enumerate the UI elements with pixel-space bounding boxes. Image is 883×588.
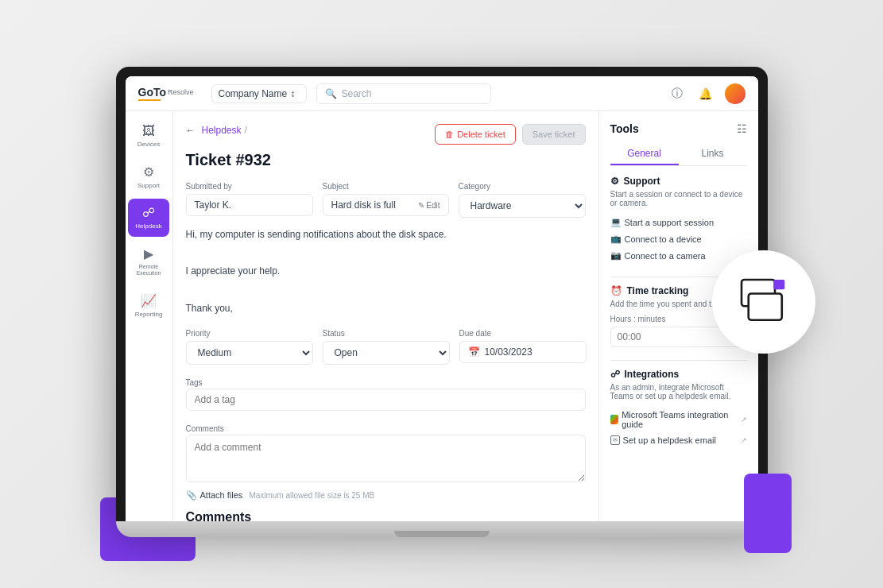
support-icon: ⚙ <box>143 164 154 180</box>
message-line-2 <box>186 246 586 261</box>
integrations-section: ☍ Integrations As an admin, integrate Mi… <box>610 369 747 448</box>
sidebar-label-helpdesk: Helpdesk <box>135 222 161 230</box>
devices-icon: 🖼 <box>142 124 155 138</box>
sidebar: 🖼 Devices ⚙ Support ☍ Helpdesk ▶ Remote … <box>126 111 173 521</box>
tools-header: Tools ☷ <box>610 122 747 135</box>
helpdesk-email-link[interactable]: ✉ Set up a helpdesk email ↗ <box>610 432 747 448</box>
sidebar-label-devices: Devices <box>137 141 160 149</box>
attach-files-button[interactable]: 📎 Attach files <box>186 490 243 501</box>
connect-device-link[interactable]: 📺 Connect to a device <box>610 230 747 247</box>
connect-camera-link[interactable]: 📷 Connect to a camera <box>610 247 747 264</box>
ticket-actions: 🗑 Delete ticket Save ticket <box>435 124 585 145</box>
sidebar-label-remote: Remote Execution <box>133 264 165 277</box>
tags-label: Tags <box>186 378 203 387</box>
category-label: Category <box>459 182 586 191</box>
company-selector[interactable]: Company Name ↕ <box>211 84 307 103</box>
tab-general[interactable]: General <box>610 143 679 165</box>
category-group: Category Hardware <box>459 182 586 218</box>
logo-area: GoTo Resolve <box>138 86 202 101</box>
camera-icon: 📷 <box>610 250 622 261</box>
status-group: Status Open <box>323 329 450 365</box>
integrations-desc: As an admin, integrate Microsoft Teams o… <box>610 383 747 400</box>
email-icon: ✉ <box>610 435 620 445</box>
sidebar-item-remote[interactable]: ▶ Remote Execution <box>128 240 169 284</box>
attach-row: 📎 Attach files Maximum allowed file size… <box>186 490 586 501</box>
chevron-down-icon: ↕ <box>290 88 295 99</box>
breadcrumb-separator: / <box>245 125 247 136</box>
tab-links[interactable]: Links <box>679 143 747 165</box>
external-link-icon-1: ↗ <box>741 416 747 424</box>
notification-icon[interactable]: 🔔 <box>696 84 715 103</box>
due-date-label: Due date <box>459 329 587 338</box>
avatar[interactable] <box>725 83 746 104</box>
company-name: Company Name <box>219 88 288 99</box>
message-line-3: I appreciate your help. <box>186 264 586 279</box>
main-layout: 🖼 Devices ⚙ Support ☍ Helpdesk ▶ Remote … <box>126 111 758 521</box>
support-section-desc: Start a session or connect to a device o… <box>610 190 747 207</box>
time-tracking-label: Time tracking <box>627 285 689 296</box>
pencil-icon: ✎ <box>418 201 424 210</box>
comments-section: Comments 📎 Attach files Maximum allowed … <box>186 420 586 501</box>
subject-value: Hard disk is full <box>331 199 414 211</box>
support-section-title: ⚙ Support <box>610 176 747 187</box>
deco-right <box>744 474 792 553</box>
status-label: Status <box>323 329 450 338</box>
priority-label: Priority <box>186 329 313 338</box>
top-fields-row: Submitted by Taylor K. Subject Hard disk… <box>186 182 586 218</box>
submitted-by-value: Taylor K. <box>186 194 313 216</box>
integrations-label: Integrations <box>625 369 680 380</box>
divider-2 <box>610 360 747 361</box>
ms-teams-link[interactable]: Microsoft Teams integration guide ↗ <box>610 407 747 432</box>
ms-teams-label: Microsoft Teams integration guide <box>622 410 737 429</box>
status-select[interactable]: Open <box>323 341 450 365</box>
comments-label: Comments <box>186 424 224 433</box>
save-ticket-button[interactable]: Save ticket <box>522 124 586 145</box>
submitted-by-label: Submitted by <box>186 182 313 191</box>
delete-ticket-button[interactable]: 🗑 Delete ticket <box>435 124 516 145</box>
breadcrumb-row: ← Helpdesk / 🗑 Delete ticket Sav <box>186 124 586 145</box>
message-line-5: Thank you, <box>186 301 586 316</box>
message-body: Hi, my computer is sending notifications… <box>186 227 586 316</box>
tags-input[interactable] <box>186 389 586 411</box>
sidebar-item-devices[interactable]: 🖼 Devices <box>128 118 169 155</box>
main-panel: ← Helpdesk / 🗑 Delete ticket Sav <box>173 111 599 521</box>
breadcrumb: ← Helpdesk / <box>186 125 247 136</box>
due-date-field[interactable]: 📅 10/03/2023 <box>459 341 587 363</box>
back-arrow-icon[interactable]: ← <box>186 125 196 136</box>
ticket-title: Ticket #932 <box>186 151 586 169</box>
laptop-base <box>116 521 768 537</box>
submitted-by-group: Submitted by Taylor K. <box>186 182 313 218</box>
svg-rect-1 <box>748 294 781 320</box>
connect-camera-label: Connect to a camera <box>625 251 706 261</box>
help-icon[interactable]: ⓘ <box>668 84 687 103</box>
sidebar-item-reporting[interactable]: 📈 Reporting <box>128 287 169 325</box>
trash-icon: 🗑 <box>445 130 454 139</box>
category-select[interactable]: Hardware <box>459 194 586 218</box>
sidebar-item-helpdesk[interactable]: ☍ Helpdesk <box>128 199 169 237</box>
priority-status-row: Priority Medium Status Open <box>186 329 586 365</box>
edit-subject-button[interactable]: ✎ Edit <box>418 201 440 210</box>
paperclip-icon: 📎 <box>186 490 197 501</box>
connect-device-label: Connect to a device <box>625 234 702 244</box>
calendar-icon: 📅 <box>468 346 480 358</box>
search-bar[interactable]: 🔍 Search <box>316 83 491 104</box>
integrations-title: ☍ Integrations <box>610 369 747 380</box>
tools-grid-icon: ☷ <box>737 122 747 135</box>
delete-ticket-label: Delete ticket <box>457 130 505 139</box>
start-support-label: Start a support session <box>625 218 715 227</box>
logo-underline <box>138 99 161 101</box>
due-date-group: Due date 📅 10/03/2023 <box>459 329 587 365</box>
message-line-4 <box>186 283 586 298</box>
attach-note: Maximum allowed file size is 25 MB <box>249 491 374 500</box>
start-support-session-link[interactable]: 💻 Start a support session <box>610 214 747 230</box>
priority-select[interactable]: Medium <box>186 341 313 365</box>
breadcrumb-helpdesk-link[interactable]: Helpdesk <box>202 125 242 136</box>
helpdesk-icon: ☍ <box>142 205 155 220</box>
sidebar-label-reporting: Reporting <box>135 311 163 319</box>
support-section-icon: ⚙ <box>610 176 619 187</box>
goto-logo-text: GoTo <box>138 86 167 99</box>
top-bar: GoTo Resolve Company Name ↕ 🔍 Search ⓘ <box>126 76 758 111</box>
subject-field: Hard disk is full ✎ Edit <box>323 194 449 216</box>
comments-textarea[interactable] <box>186 435 586 482</box>
sidebar-item-support[interactable]: ⚙ Support <box>128 158 169 196</box>
